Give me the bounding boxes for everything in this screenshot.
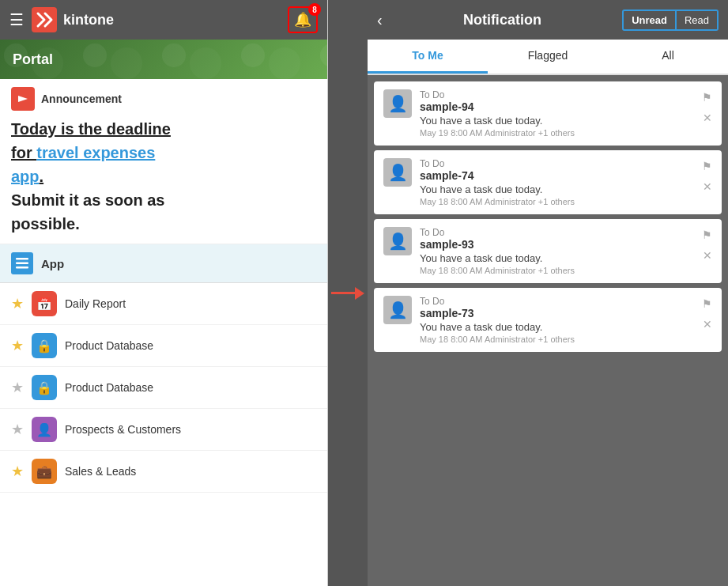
svg-marker-1 [18, 96, 28, 102]
notif-type-3: To Do [420, 227, 712, 238]
app-item-daily-report[interactable]: ★ 📅 Daily Report [0, 283, 327, 325]
notif-meta-4: May 18 8:00 AM Administrator +1 others [420, 335, 712, 344]
notif-message-2: You have a task due today. [420, 183, 712, 195]
app-item-label-5: Sales & Leads [65, 465, 136, 478]
app-header-label: App [41, 257, 64, 270]
app-icon-sales: 💼 [32, 459, 57, 484]
bell-badge: 8 [308, 3, 321, 16]
avatar-4: 👤 [383, 296, 412, 324]
arrow-head [355, 287, 364, 300]
bell-icon: 🔔 [294, 12, 311, 28]
notif-actions-2: ⚑ ✕ [700, 158, 714, 195]
close-button-1[interactable]: ✕ [701, 110, 714, 126]
flag-button-2[interactable]: ⚑ [700, 158, 714, 174]
notif-type-2: To Do [420, 158, 712, 169]
notif-name-4[interactable]: sample-73 [420, 307, 712, 319]
star-icon-4[interactable]: ★ [11, 421, 24, 438]
left-panel: ☰ kintone 🔔 8 Portal Announcement [0, 0, 328, 586]
notif-actions-3: ⚑ ✕ [700, 227, 714, 263]
notif-meta-3: May 18 8:00 AM Administrator +1 others [420, 266, 712, 275]
close-button-2[interactable]: ✕ [701, 179, 714, 195]
unread-read-group: Unread Read [622, 9, 719, 31]
notification-card-3: 👤 To Do sample-93 You have a task due to… [374, 219, 722, 283]
notification-tabs: To Me Flagged All [368, 40, 728, 75]
back-button[interactable]: ‹ [377, 11, 383, 29]
close-button-3[interactable]: ✕ [701, 248, 714, 263]
read-button[interactable]: Read [677, 9, 719, 31]
announcement-label: Announcement [41, 93, 122, 105]
avatar-person-icon-2: 👤 [388, 163, 408, 182]
kintone-logo [32, 7, 57, 32]
notification-title: Notification [390, 12, 614, 28]
app-item-label-1: Daily Report [65, 297, 126, 310]
avatar-person-icon-1: 👤 [388, 94, 408, 113]
star-icon-5[interactable]: ★ [11, 463, 24, 480]
star-icon-2[interactable]: ★ [11, 337, 24, 354]
app-item-label-4: Prospects & Customers [65, 423, 181, 436]
notif-type-1: To Do [420, 89, 712, 100]
arrow-line [331, 292, 355, 294]
flag-button-3[interactable]: ⚑ [700, 227, 714, 243]
notification-topbar: ‹ Notification Unread Read [368, 0, 728, 40]
app-icon-daily-report: 📅 [32, 291, 57, 316]
arrow-area [328, 0, 368, 586]
announcement-line2-prefix: for [11, 144, 36, 161]
announcement-icon [11, 87, 35, 111]
notif-meta-2: May 18 8:00 AM Administrator +1 others [420, 197, 712, 206]
tab-to-me[interactable]: To Me [368, 40, 488, 74]
notif-message-3: You have a task due today. [420, 252, 712, 264]
arrow-right [331, 287, 364, 300]
close-button-4[interactable]: ✕ [701, 316, 714, 332]
top-bar: ☰ kintone 🔔 8 [0, 0, 327, 40]
bell-button[interactable]: 🔔 8 [288, 6, 318, 33]
app-icon-product-db-2: 🔒 [32, 375, 57, 400]
portal-header: Portal [0, 40, 327, 79]
app-section-header: App [0, 244, 327, 283]
app-name-label: kintone [63, 12, 114, 28]
notif-content-3: To Do sample-93 You have a task due toda… [420, 227, 712, 275]
notif-content-1: To Do sample-94 You have a task due toda… [420, 89, 712, 138]
avatar-2: 👤 [383, 158, 412, 187]
flag-button-4[interactable]: ⚑ [700, 296, 714, 312]
announcement-section: Announcement Today is the deadline for t… [0, 79, 327, 244]
notif-content-4: To Do sample-73 You have a task due toda… [420, 296, 712, 344]
app-item-label-3: Product Database [65, 381, 153, 394]
app-item-prospects[interactable]: ★ 👤 Prospects & Customers [0, 409, 327, 451]
notif-name-1[interactable]: sample-94 [420, 100, 712, 113]
tab-all[interactable]: All [608, 40, 728, 74]
notification-card-2: 👤 To Do sample-74 You have a task due to… [374, 150, 722, 214]
notification-card-4: 👤 To Do sample-73 You have a task due to… [374, 288, 722, 352]
notif-content-2: To Do sample-74 You have a task due toda… [420, 158, 712, 206]
avatar-person-icon-3: 👤 [388, 232, 408, 251]
notif-meta-1: May 19 8:00 AM Administrator +1 others [420, 128, 712, 138]
svg-rect-4 [16, 267, 28, 269]
svg-rect-3 [16, 263, 28, 265]
avatar-1: 👤 [383, 89, 412, 118]
svg-rect-2 [16, 258, 28, 260]
app-item-sales[interactable]: ★ 💼 Sales & Leads [0, 451, 327, 493]
announcement-dot: . [40, 168, 44, 185]
announcement-body: Today is the deadline for travel expense… [11, 117, 316, 236]
app-item-product-db-1[interactable]: ★ 🔒 Product Database [0, 325, 327, 367]
announcement-line4: Submit it as soon aspossible. [11, 191, 164, 233]
avatar-person-icon-4: 👤 [388, 301, 408, 319]
tab-flagged[interactable]: Flagged [488, 40, 608, 74]
notif-actions-4: ⚑ ✕ [700, 296, 714, 332]
star-icon-1[interactable]: ★ [11, 295, 24, 312]
logo-area: kintone [32, 7, 280, 32]
notif-actions-1: ⚑ ✕ [700, 89, 714, 126]
flag-button-1[interactable]: ⚑ [700, 89, 714, 105]
app-item-product-db-2[interactable]: ★ 🔒 Product Database [0, 367, 327, 409]
notification-list: 👤 To Do sample-94 You have a task due to… [368, 75, 728, 586]
hamburger-icon[interactable]: ☰ [9, 10, 24, 29]
notif-name-2[interactable]: sample-74 [420, 169, 712, 182]
star-icon-3[interactable]: ★ [11, 379, 24, 396]
portal-title: Portal [13, 51, 53, 68]
notif-type-4: To Do [420, 296, 712, 307]
unread-button[interactable]: Unread [622, 9, 677, 31]
avatar-3: 👤 [383, 227, 412, 255]
app-header-icon [11, 252, 33, 274]
announcement-header: Announcement [11, 87, 316, 111]
notification-card-1: 👤 To Do sample-94 You have a task due to… [374, 81, 722, 146]
notif-name-3[interactable]: sample-93 [420, 238, 712, 251]
